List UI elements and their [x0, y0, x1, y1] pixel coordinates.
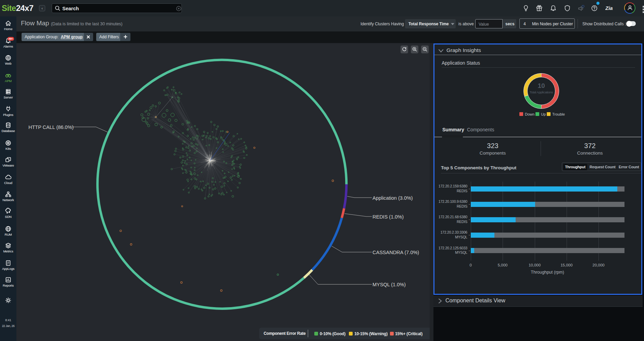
svg-text:Zia: Zia	[605, 5, 613, 11]
